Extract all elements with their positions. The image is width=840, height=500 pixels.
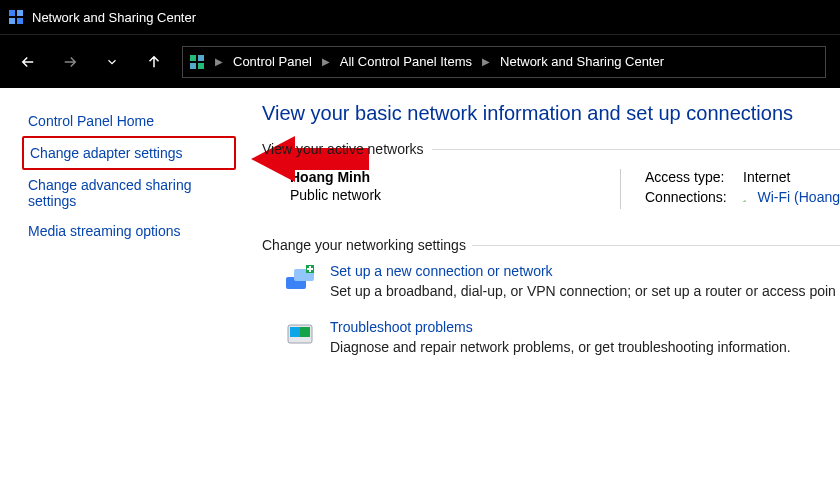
new-connection-desc: Set up a broadband, dial-up, or VPN conn…: [330, 283, 836, 299]
network-type: Public network: [290, 187, 560, 203]
svg-rect-2: [9, 18, 15, 24]
networking-settings-label: Change your networking settings: [262, 237, 840, 253]
svg-rect-1: [17, 10, 23, 16]
window-title: Network and Sharing Center: [32, 10, 196, 25]
access-type-label: Access type:: [645, 169, 735, 185]
chevron-right-icon: ▶: [322, 56, 330, 67]
chevron-right-icon: ▶: [215, 56, 223, 67]
connections-label: Connections:: [645, 189, 735, 205]
recent-dropdown[interactable]: [98, 48, 126, 76]
settings-item-new-connection: Set up a new connection or network Set u…: [284, 263, 840, 299]
svg-rect-6: [190, 63, 196, 69]
sidebar-item-change-adapter-settings[interactable]: Change adapter settings: [22, 136, 236, 170]
sidebar-item-change-advanced-sharing[interactable]: Change advanced sharing settings: [22, 170, 236, 216]
breadcrumb-item[interactable]: All Control Panel Items: [336, 54, 476, 69]
breadcrumb-item[interactable]: Control Panel: [229, 54, 316, 69]
sidebar-item-media-streaming[interactable]: Media streaming options: [22, 216, 236, 246]
chevron-right-icon: ▶: [482, 56, 490, 67]
back-button[interactable]: [14, 48, 42, 76]
active-networks-label: View your active networks: [262, 141, 840, 157]
new-connection-icon: [284, 263, 316, 295]
sidebar-item-control-panel-home[interactable]: Control Panel Home: [22, 106, 236, 136]
svg-rect-18: [307, 268, 313, 270]
svg-rect-3: [17, 18, 23, 24]
troubleshoot-desc: Diagnose and repair network problems, or…: [330, 339, 791, 355]
breadcrumb[interactable]: ▶ Control Panel ▶ All Control Panel Item…: [182, 46, 826, 78]
forward-button[interactable]: [56, 48, 84, 76]
network-name: Hoang Minh: [290, 169, 560, 185]
breadcrumb-item[interactable]: Network and Sharing Center: [496, 54, 668, 69]
sidebar: Control Panel Home Change adapter settin…: [0, 88, 250, 500]
svg-rect-5: [198, 55, 204, 61]
active-network-block: Hoang Minh Public network Access type: I…: [290, 169, 840, 209]
svg-rect-7: [198, 63, 204, 69]
main-panel: View your basic network information and …: [250, 88, 840, 500]
settings-item-troubleshoot: Troubleshoot problems Diagnose and repai…: [284, 319, 840, 355]
access-type-value: Internet: [743, 169, 790, 185]
content-area: Control Panel Home Change adapter settin…: [0, 88, 840, 500]
svg-rect-0: [9, 10, 15, 16]
new-connection-link[interactable]: Set up a new connection or network: [330, 263, 553, 279]
connection-link[interactable]: Wi-Fi (Hoang: [758, 189, 840, 205]
control-panel-icon: [189, 54, 205, 70]
navigation-bar: ▶ Control Panel ▶ All Control Panel Item…: [0, 34, 840, 88]
up-button[interactable]: [140, 48, 168, 76]
titlebar: Network and Sharing Center: [0, 0, 840, 34]
troubleshoot-icon: [284, 319, 316, 351]
svg-rect-4: [190, 55, 196, 61]
svg-rect-21: [290, 327, 300, 337]
page-title: View your basic network information and …: [262, 102, 840, 125]
wifi-signal-icon: [743, 189, 746, 201]
network-center-icon: [8, 9, 24, 25]
troubleshoot-link[interactable]: Troubleshoot problems: [330, 319, 473, 335]
